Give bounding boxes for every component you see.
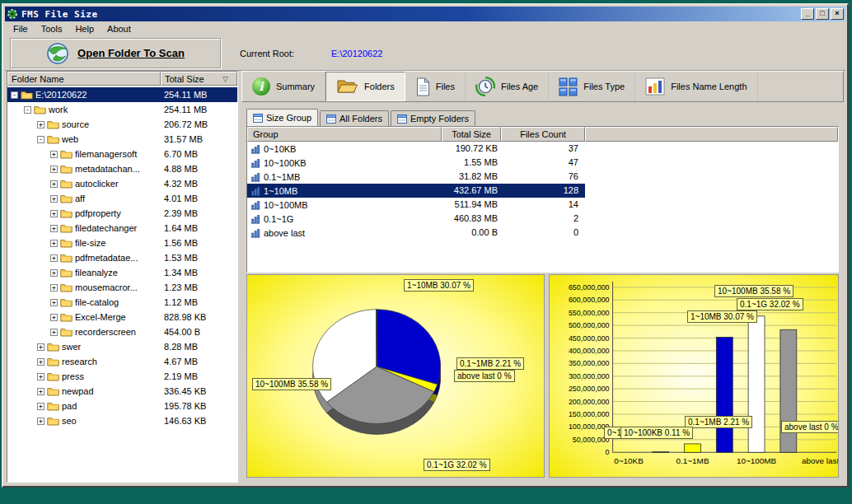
tree-row[interactable]: +metadatachan...4.88 MB — [7, 161, 237, 176]
close-button[interactable]: × — [831, 8, 844, 20]
tab-size-group[interactable]: Size Group — [246, 109, 318, 126]
svg-text:500,000,000: 500,000,000 — [569, 321, 610, 329]
table-row[interactable]: 1~10MB432.67 MB128 — [247, 184, 838, 198]
menu-help[interactable]: Help — [68, 22, 101, 35]
folder-icon — [47, 342, 59, 352]
expand-icon[interactable]: + — [37, 121, 44, 128]
view-summary[interactable]: iSummary — [242, 72, 325, 101]
group-name: 10~100KB — [264, 158, 307, 168]
expand-icon[interactable]: + — [37, 388, 44, 395]
view-files[interactable]: Files — [405, 72, 466, 101]
expand-icon[interactable]: + — [50, 299, 58, 306]
menu-file[interactable]: File — [7, 22, 35, 35]
expand-icon[interactable]: + — [50, 166, 58, 173]
group-chart-icon — [250, 172, 260, 182]
table-row[interactable]: 10~100KB1.55 MB47 — [247, 156, 838, 170]
menu-tools[interactable]: Tools — [35, 22, 69, 35]
table-row[interactable]: above last0.00 B0 — [247, 226, 838, 240]
collapse-icon[interactable]: - — [37, 136, 44, 143]
collapse-icon[interactable]: - — [11, 91, 18, 99]
table-body: 0~10KB190.72 KB3710~100KB1.55 MB470.1~1M… — [247, 142, 838, 240]
table-row[interactable]: 0.1~1G460.83 MB2 — [247, 212, 838, 226]
view-folders[interactable]: Folders — [325, 72, 405, 101]
view-files-type[interactable]: Files Type — [549, 72, 635, 101]
table-row[interactable]: 10~100MB511.94 MB14 — [247, 198, 838, 212]
folder-name: pdfmetadatae... — [75, 253, 138, 263]
folder-name: seo — [62, 416, 77, 426]
chart-annotation: 1~10MB 30.07 % — [404, 279, 474, 292]
folder-size: 1.12 MB — [164, 297, 198, 307]
tree-row[interactable]: -work254.11 MB — [7, 102, 237, 117]
tree-row[interactable]: +pdfmetadatae...1.53 MB — [7, 250, 237, 265]
tree-row[interactable]: -E:\20120622254.11 MB — [7, 87, 237, 102]
tree-row[interactable]: +file-size1.56 MB — [7, 236, 237, 250]
tab-empty-folders[interactable]: Empty Folders — [391, 110, 475, 126]
expand-icon[interactable]: + — [50, 195, 58, 203]
table-column-files-count[interactable]: Files Count — [501, 127, 585, 142]
total-size-cell: 460.83 MB — [442, 212, 501, 226]
minimize-button[interactable]: _ — [801, 8, 814, 20]
files-count-cell: 2 — [501, 212, 585, 226]
collapse-icon[interactable]: - — [24, 106, 31, 114]
menu-about[interactable]: About — [101, 22, 138, 35]
tree-row[interactable]: +swer8.28 MB — [7, 339, 237, 354]
tab-icon — [326, 114, 336, 124]
tree-row[interactable]: +filedatechanger1.64 MB — [7, 221, 237, 236]
table-column-total-size[interactable]: Total Size — [442, 127, 501, 142]
tree-row[interactable]: +mousemacror...1.23 MB — [7, 280, 237, 295]
expand-icon[interactable]: + — [50, 151, 58, 158]
folder-size: 4.01 MB — [164, 194, 198, 203]
folder-name: file-size — [75, 238, 105, 248]
expand-icon[interactable]: + — [50, 240, 58, 247]
view-files-age[interactable]: Files Age — [466, 72, 549, 101]
folder-name: source — [62, 119, 89, 129]
folder-name: press — [62, 371, 84, 381]
tree-row[interactable]: -web31.57 MB — [7, 132, 237, 147]
tree-row[interactable]: +pad195.78 KB — [7, 399, 237, 413]
maximize-button[interactable]: □ — [816, 8, 829, 20]
expand-icon[interactable]: + — [37, 373, 44, 380]
tree-row[interactable]: +aff4.01 MB — [7, 191, 237, 206]
tree-row[interactable]: +newpad336.45 KB — [7, 384, 237, 399]
tree-row[interactable]: +autoclicker4.32 MB — [7, 176, 237, 191]
tree-row[interactable]: +Excel-Merge828.98 KB — [7, 310, 237, 324]
group-chart-icon — [250, 200, 260, 210]
tree-row[interactable]: +seo146.63 KB — [7, 413, 237, 428]
expand-icon[interactable]: + — [50, 314, 58, 321]
tree-row[interactable]: +filemanagersoft6.70 MB — [7, 147, 237, 161]
clock-icon — [475, 77, 495, 96]
tree-column-total-size[interactable]: Total Size ▽ — [161, 72, 237, 86]
files-count-cell: 37 — [501, 142, 585, 156]
expand-icon[interactable]: + — [37, 418, 44, 425]
expand-icon[interactable]: + — [50, 210, 58, 217]
expand-icon[interactable]: + — [37, 343, 44, 351]
expand-icon[interactable]: + — [50, 329, 58, 336]
table-column-group[interactable]: Group — [247, 127, 442, 142]
tree-row[interactable]: +recorderscreen454.00 B — [7, 324, 237, 339]
tree-row[interactable]: +fileanalyze1.34 MB — [7, 265, 237, 280]
table-row[interactable]: 0.1~1MB31.82 MB76 — [247, 170, 838, 184]
expand-icon[interactable]: + — [50, 225, 58, 232]
expand-icon[interactable]: + — [50, 269, 58, 277]
tree-row[interactable]: +file-catalog1.12 MB — [7, 295, 237, 310]
tree-row[interactable]: +source206.72 MB — [7, 117, 237, 132]
chart-annotation: 10~100KB 0.11 % — [620, 427, 693, 439]
tree-column-folder-name[interactable]: Folder Name — [7, 72, 161, 86]
tree-row[interactable]: +press2.19 MB — [7, 369, 237, 384]
expand-icon[interactable]: + — [37, 403, 44, 410]
tab-all-folders[interactable]: All Folders — [320, 110, 389, 126]
main-panel: iSummaryFoldersFilesFiles AgeFiles TypeF… — [241, 71, 844, 483]
expand-icon[interactable]: + — [50, 254, 58, 262]
row-filler — [585, 156, 838, 170]
open-folder-to-scan-button[interactable]: Open Folder To Scan — [10, 38, 221, 68]
view-files-name-length[interactable]: Files Name Length — [635, 72, 757, 101]
expand-icon[interactable]: + — [37, 358, 44, 366]
expand-icon[interactable]: + — [50, 180, 58, 188]
tree-row[interactable]: +pdfproperty2.39 MB — [7, 206, 237, 221]
expand-icon[interactable]: + — [50, 284, 58, 292]
table-row[interactable]: 0~10KB190.72 KB37 — [247, 142, 838, 156]
svg-text:450,000,000: 450,000,000 — [569, 334, 610, 343]
tree-row[interactable]: +research4.67 MB — [7, 354, 237, 369]
group-cell: 0.1~1G — [247, 212, 442, 226]
tabs-row: Size GroupAll FoldersEmpty Folders — [246, 109, 477, 126]
